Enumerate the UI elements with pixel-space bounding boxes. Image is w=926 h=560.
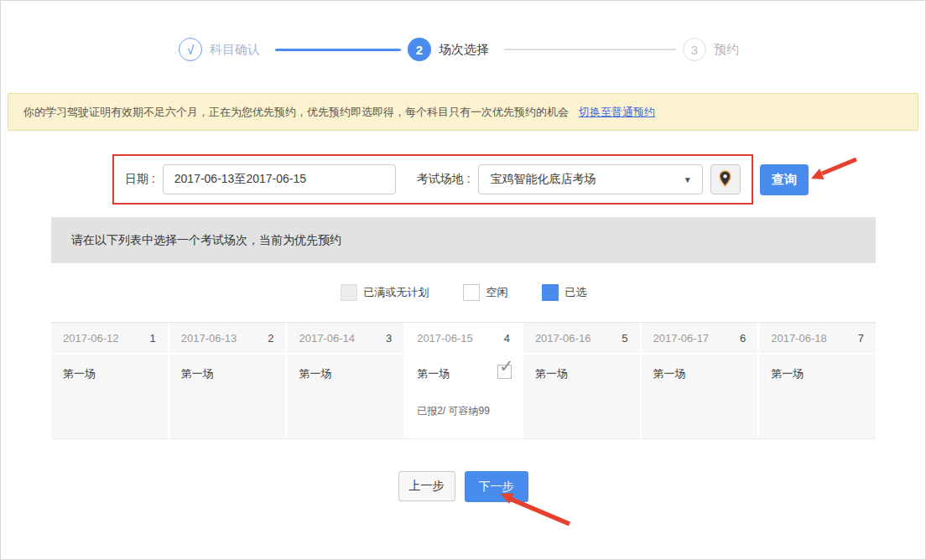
- schedule-column-header: 2017-06-16 5: [523, 323, 640, 355]
- stepper: √ 科目确认 2 场次选择 3 预约: [1, 34, 925, 65]
- panel-title: 请在以下列表中选择一个考试场次，当前为优先预约: [71, 233, 341, 248]
- schedule-column-header: 2017-06-12 1: [51, 323, 168, 355]
- venue-selected-value: 宝鸡智能化底店考场: [491, 172, 596, 187]
- legend-full-label: 已满或无计划: [364, 285, 429, 300]
- schedule-column: 2017-06-18 7 第一场 ✓: [759, 323, 876, 438]
- panel-title-bar: 请在以下列表中选择一个考试场次，当前为优先预约: [51, 217, 876, 263]
- venue-select[interactable]: 宝鸡智能化底店考场 ▼: [478, 164, 703, 194]
- column-date: 2017-06-16: [535, 332, 591, 345]
- step2-badge: 2: [408, 38, 431, 61]
- map-location-button[interactable]: [710, 164, 741, 194]
- schedule-column-header: 2017-06-18 7: [759, 323, 876, 355]
- step3-badge: 3: [683, 38, 706, 61]
- schedule-grid: 2017-06-12 1 第一场 ✓ 2017-06-13 2 第一场 ✓: [51, 322, 876, 439]
- legend-item-full: 已满或无计划: [341, 284, 429, 301]
- session-capacity: 已报2/ 可容纳99: [417, 404, 512, 418]
- column-date: 2017-06-15: [417, 332, 473, 345]
- date-range-input[interactable]: [163, 164, 396, 194]
- legend-free-label: 空闲: [486, 285, 508, 300]
- column-date: 2017-06-13: [181, 332, 237, 345]
- schedule-column: 2017-06-15 4 第一场 ✓ 已报2/ 可容纳99: [405, 323, 523, 438]
- schedule-column-header: 2017-06-15 4: [405, 323, 522, 355]
- legend-selected-swatch-icon: [542, 284, 559, 301]
- schedule-column: 2017-06-14 3 第一场 ✓: [287, 323, 405, 438]
- legend-selected-label: 已选: [565, 285, 587, 300]
- legend-free-swatch-icon: [463, 284, 480, 301]
- next-step-button[interactable]: 下一步: [465, 471, 528, 502]
- schedule-column-header: 2017-06-14 3: [287, 323, 403, 355]
- column-weekday: 3: [386, 332, 392, 345]
- session-label: 第一场: [299, 365, 331, 381]
- query-arrow-icon: [811, 159, 856, 179]
- notice-text: 你的学习驾驶证明有效期不足六个月，正在为您优先预约，优先预约即选即得，每个科目只…: [23, 105, 569, 120]
- column-weekday: 4: [504, 332, 510, 345]
- schedule-column: 2017-06-16 5 第一场 ✓: [523, 323, 642, 438]
- stepper-connector-done: [275, 49, 401, 51]
- chevron-down-icon: ▼: [684, 175, 692, 184]
- legend-item-selected: 已选: [542, 284, 587, 301]
- session-label: 第一场: [63, 365, 96, 381]
- session-cell[interactable]: 第一场 ✓ 已报2/ 可容纳99: [405, 355, 522, 438]
- booking-page: { "stepper": { "steps": [ { "marker": "√…: [0, 0, 926, 560]
- session-label: 第一场: [181, 365, 214, 381]
- session-cell[interactable]: 第一场 ✓: [169, 355, 286, 438]
- column-weekday: 2: [268, 332, 273, 345]
- column-date: 2017-06-18: [771, 332, 827, 345]
- step1-label: 科目确认: [210, 42, 260, 58]
- column-date: 2017-06-17: [653, 332, 710, 345]
- schedule-column: 2017-06-13 2 第一场 ✓: [169, 323, 288, 438]
- stepper-connector-todo: [504, 49, 676, 50]
- legend-full-swatch-icon: [341, 284, 357, 301]
- map-pin-icon: [719, 170, 731, 189]
- priority-booking-notice: 你的学习驾驶证明有效期不足六个月，正在为您优先预约，优先预约即选即得，每个科目只…: [8, 93, 918, 131]
- query-button[interactable]: 查询: [760, 164, 809, 195]
- date-label: 日期 :: [125, 172, 155, 187]
- schedule-column-header: 2017-06-17 6: [642, 323, 758, 355]
- session-label: 第一场: [653, 365, 686, 381]
- footer-actions: 上一步 下一步: [1, 471, 925, 502]
- venue-label: 考试场地 :: [417, 172, 471, 187]
- schedule-column: 2017-06-12 1 第一场 ✓: [51, 323, 169, 438]
- column-date: 2017-06-14: [299, 332, 355, 345]
- legend-item-free: 空闲: [463, 284, 508, 301]
- column-weekday: 1: [149, 332, 155, 345]
- step2-label: 场次选择: [439, 42, 489, 58]
- step1-check-icon: √: [179, 38, 202, 61]
- session-label: 第一场: [771, 365, 804, 381]
- checkbox-checked-icon[interactable]: ✓: [497, 365, 512, 379]
- schedule-column-header: 2017-06-13 2: [169, 323, 286, 355]
- prev-step-button[interactable]: 上一步: [398, 471, 455, 501]
- switch-normal-booking-link[interactable]: 切换至普通预约: [579, 105, 655, 120]
- column-weekday: 6: [740, 332, 746, 345]
- step3-label: 预约: [714, 42, 739, 58]
- session-panel: 请在以下列表中选择一个考试场次，当前为优先预约 已满或无计划 空闲 已选 201…: [51, 217, 876, 439]
- legend: 已满或无计划 空闲 已选: [51, 263, 876, 322]
- column-weekday: 7: [858, 332, 864, 345]
- session-label: 第一场: [535, 365, 568, 381]
- session-label: 第一场: [417, 365, 450, 381]
- session-cell[interactable]: 第一场 ✓: [642, 355, 758, 438]
- session-cell[interactable]: 第一场 ✓: [51, 355, 168, 438]
- filter-annotation-box: 日期 : 考试场地 : 宝鸡智能化底店考场 ▼: [112, 154, 753, 205]
- schedule-column: 2017-06-17 6 第一场 ✓: [642, 323, 760, 438]
- column-weekday: 5: [622, 332, 627, 345]
- session-cell[interactable]: 第一场 ✓: [287, 355, 403, 438]
- session-cell[interactable]: 第一场 ✓: [759, 355, 876, 438]
- column-date: 2017-06-12: [63, 332, 119, 345]
- session-cell[interactable]: 第一场 ✓: [523, 355, 640, 438]
